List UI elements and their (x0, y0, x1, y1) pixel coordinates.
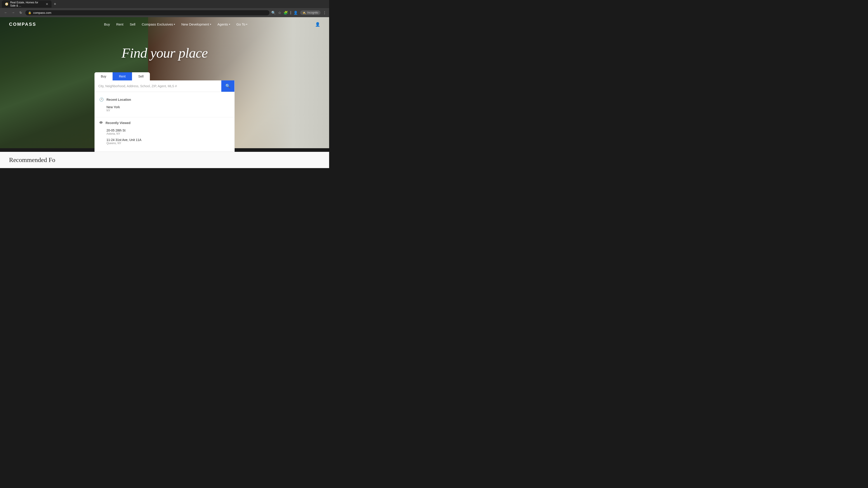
agents-chevron-icon: ▾ (229, 23, 230, 26)
recently-viewed-address-1: 11-24 31st Ave, Unit 11A (106, 138, 230, 142)
browser-nav: ← → ↻ 🔒 compass.com 🔍 ☆ 🧩 | 👤 🕵 Incognit… (0, 8, 329, 17)
compass-exclusives-label: Compass Exclusives (142, 22, 173, 26)
active-tab[interactable]: 🧭 Real Estate, Homes for Sale & ... ✕ (2, 0, 52, 8)
recommended-title: Recommended Fo (9, 156, 320, 164)
hero-title: Find your place (4, 45, 324, 61)
new-development-chevron-icon: ▾ (210, 23, 211, 26)
incognito-label: Incognito (307, 11, 318, 14)
browser-actions: 🔍 ☆ 🧩 | 👤 🕵 Incognito ⋮ (271, 10, 327, 15)
recently-viewed-location-1: Queens, NY (106, 142, 230, 145)
go-to-label: Go To (237, 22, 246, 26)
recent-location-state: NY (106, 109, 230, 112)
tab-close-button[interactable]: ✕ (46, 2, 49, 6)
nav-go-to[interactable]: Go To ▾ (237, 22, 248, 26)
search-tab-rent[interactable]: Rent (113, 72, 132, 80)
user-icon[interactable]: 👤 (315, 22, 320, 27)
search-box: 🔍 (94, 80, 235, 92)
hero-content: Find your place (0, 31, 329, 68)
website-content: COMPASS Buy Rent Sell Compass Exclusives… (0, 17, 329, 178)
eye-icon: 👁 (99, 121, 103, 125)
search-dropdown: 🕐 Recent Location New York NY 👁 Recently… (94, 92, 235, 152)
nav-buy[interactable]: Buy (104, 22, 110, 26)
recently-viewed-location-0: Astoria, NY (106, 132, 230, 135)
recent-location-section: 🕐 Recent Location New York NY (95, 96, 235, 115)
search-button[interactable]: 🔍 (221, 80, 235, 92)
nav-links: Buy Rent Sell Compass Exclusives ▾ New D… (104, 22, 247, 26)
nav-agents[interactable]: Agents ▾ (217, 22, 230, 26)
recent-location-header: 🕐 Recent Location (99, 97, 230, 102)
forward-button[interactable]: → (10, 10, 16, 15)
bookmark-icon[interactable]: ☆ (278, 11, 281, 15)
compass-logo[interactable]: COMPASS (9, 22, 36, 27)
nav-new-development[interactable]: New Development ▾ (181, 22, 211, 26)
tab-favicon: 🧭 (5, 2, 8, 6)
recently-viewed-label: Recently Viewed (105, 121, 130, 125)
lock-icon: 🔒 (28, 11, 31, 14)
nav-rent[interactable]: Rent (116, 22, 123, 26)
dropdown-divider (95, 117, 235, 117)
recently-viewed-item-0[interactable]: 20-05 28th St Astoria, NY (99, 127, 230, 137)
incognito-badge: 🕵 Incognito (300, 10, 320, 15)
recent-location-item-0[interactable]: New York NY (99, 104, 230, 113)
recently-viewed-item-1[interactable]: 11-24 31st Ave, Unit 11A Queens, NY (99, 137, 230, 146)
new-development-label: New Development (181, 22, 209, 26)
search-tab-buy[interactable]: Buy (94, 72, 113, 80)
search-tab-sell[interactable]: Sell (132, 72, 150, 80)
recommended-section: Recommended Fo (0, 152, 329, 168)
menu-icon[interactable]: ⋮ (323, 11, 327, 15)
recent-location-label: Recent Location (106, 98, 131, 101)
nav-compass-exclusives[interactable]: Compass Exclusives ▾ (142, 22, 175, 26)
recently-viewed-header: 👁 Recently Viewed (99, 121, 230, 125)
tab-bar: 🧭 Real Estate, Homes for Sale & ... ✕ + (0, 0, 329, 8)
clock-icon: 🕐 (99, 97, 104, 102)
go-to-chevron-icon: ▾ (246, 23, 247, 26)
address-bar[interactable]: 🔒 compass.com (25, 10, 270, 15)
recent-location-city: New York (106, 105, 230, 109)
browser-chrome: 🧭 Real Estate, Homes for Sale & ... ✕ + … (0, 0, 329, 17)
new-tab-button[interactable]: + (53, 2, 58, 6)
nav-sell[interactable]: Sell (130, 22, 135, 26)
compass-exclusives-chevron-icon: ▾ (174, 23, 175, 26)
incognito-icon: 🕵 (303, 11, 306, 14)
profile-icon[interactable]: 👤 (293, 11, 298, 15)
recently-viewed-address-0: 20-05 28th St (106, 129, 230, 132)
extensions-icon[interactable]: 🧩 (283, 11, 288, 15)
search-widget: Buy Rent Sell 🔍 🕐 Recent Location New Yo… (94, 72, 235, 152)
back-button[interactable]: ← (3, 10, 9, 15)
site-navigation: COMPASS Buy Rent Sell Compass Exclusives… (0, 17, 329, 31)
search-input[interactable] (95, 81, 221, 91)
search-tabs: Buy Rent Sell (94, 72, 150, 80)
search-button-icon: 🔍 (225, 84, 230, 88)
url-display: compass.com (33, 11, 51, 14)
agents-label: Agents (217, 22, 228, 26)
search-icon[interactable]: 🔍 (271, 11, 276, 15)
nav-arrows: ← → (3, 10, 16, 15)
profile-separator: | (290, 11, 291, 15)
recently-viewed-section: 👁 Recently Viewed 20-05 28th St Astoria,… (95, 119, 235, 148)
reload-button[interactable]: ↻ (18, 10, 24, 15)
tab-title: Real Estate, Homes for Sale & ... (10, 1, 43, 7)
